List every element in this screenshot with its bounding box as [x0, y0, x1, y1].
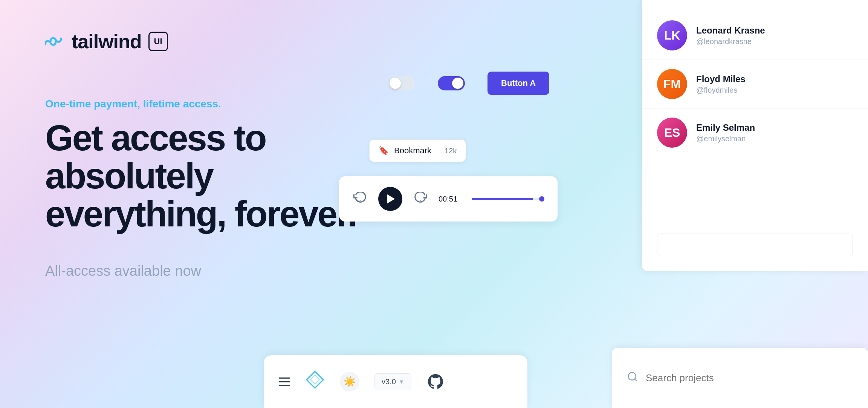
rewind-button[interactable]: 15	[353, 191, 368, 206]
svg-marker-2	[307, 371, 323, 388]
audio-progress-thumb	[539, 196, 544, 202]
github-icon[interactable]	[426, 373, 445, 391]
version-text: v3.0	[382, 377, 396, 386]
search-panel	[612, 348, 868, 408]
version-badge[interactable]: v3.0 ▼	[374, 373, 411, 390]
bookmark-label: Bookmark	[394, 146, 431, 156]
toggle-on[interactable]	[438, 76, 465, 90]
bookmark-icon: 🔖	[379, 146, 389, 156]
logo-wave-icon	[45, 34, 66, 49]
audio-progress-bar[interactable]	[472, 198, 544, 200]
play-button[interactable]	[378, 187, 402, 211]
ui-mockups: Button A 🔖 Bookmark 12k 15 15 00:51	[264, 0, 868, 408]
audio-time: 00:51	[439, 195, 461, 203]
bookmark-count: 12k	[439, 147, 457, 155]
button-a[interactable]: Button A	[487, 72, 549, 95]
svg-marker-3	[310, 375, 319, 384]
sun-icon[interactable]: ☀️	[340, 372, 359, 391]
audio-player: 15 15 00:51	[339, 176, 558, 222]
toggle-area: Button A	[388, 72, 549, 95]
svg-text:15: 15	[418, 199, 421, 203]
search-icon	[627, 371, 638, 385]
logo-text: tailwind	[72, 30, 142, 53]
svg-text:15: 15	[358, 199, 361, 203]
diamond-icon[interactable]	[305, 370, 325, 394]
logo-badge: UI	[148, 32, 168, 51]
bottom-toolbar: ☀️ v3.0 ▼	[264, 355, 527, 408]
forward-button[interactable]: 15	[413, 191, 428, 206]
version-chevron: ▼	[399, 379, 404, 385]
bookmark-button[interactable]: 🔖 Bookmark 12k	[369, 139, 466, 162]
audio-progress-fill	[472, 198, 533, 200]
toggle-off[interactable]	[388, 76, 415, 90]
search-input[interactable]	[646, 372, 853, 384]
svg-point-4	[628, 372, 636, 380]
menu-icon[interactable]	[279, 377, 290, 386]
